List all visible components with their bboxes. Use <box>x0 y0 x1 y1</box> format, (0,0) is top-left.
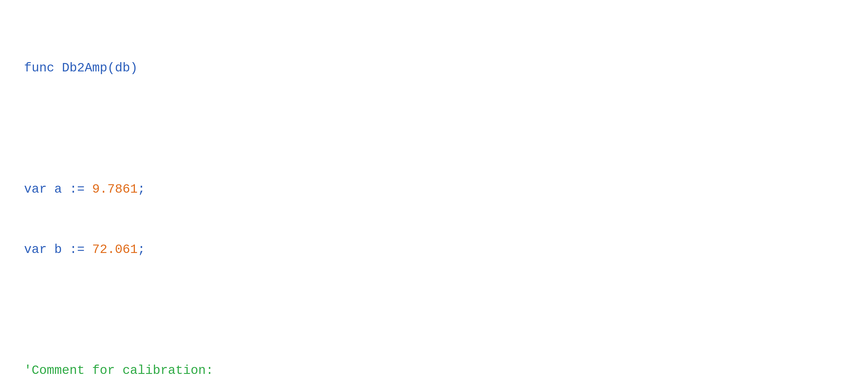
var-b-assign: b := <box>47 242 92 257</box>
value-a: 9.7861 <box>92 182 137 197</box>
line-func-def: func Db2Amp(db) <box>24 58 844 78</box>
func-name: Db2Amp <box>62 61 107 75</box>
line-comment1: 'Comment for calibration: <box>24 361 844 376</box>
keyword-var-b: var <box>24 242 47 257</box>
code-block: func Db2Amp(db) var a := 9.7861; var b :… <box>24 18 844 376</box>
empty-line-1 <box>24 119 844 139</box>
semicolon-a: ; <box>137 182 145 197</box>
var-a-assign: a := <box>47 182 92 197</box>
func-params: (db) <box>107 61 137 75</box>
line-var-a: var a := 9.7861; <box>24 179 844 200</box>
keyword-func: func <box>24 61 62 75</box>
code-editor: func Db2Amp(db) var a := 9.7861; var b :… <box>0 0 868 376</box>
line-var-b: var b := 72.061; <box>24 240 844 260</box>
comment-calibration: 'Comment for calibration: <box>24 364 213 376</box>
keyword-var-a: var <box>24 182 47 197</box>
semicolon-b: ; <box>137 242 145 257</box>
value-b: 72.061 <box>92 242 137 257</box>
empty-line-2 <box>24 300 844 320</box>
